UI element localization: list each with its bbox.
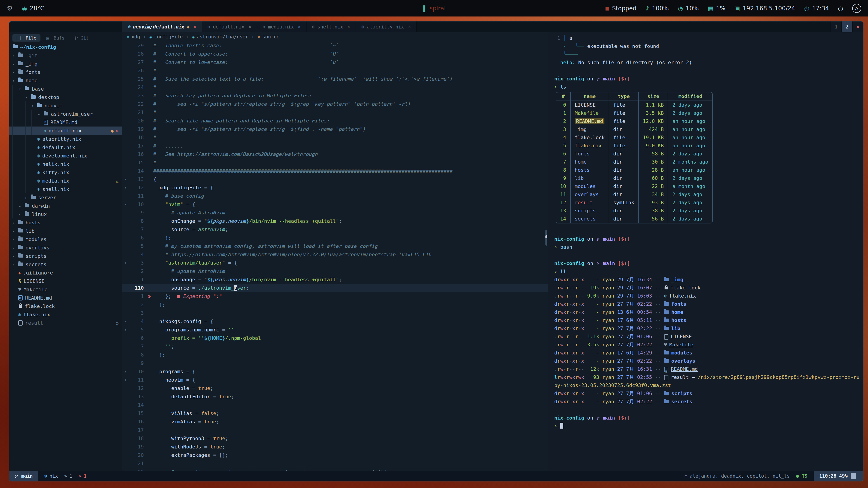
breadcrumb-item[interactable]: ◈configFile (149, 34, 183, 39)
tree-item-linux[interactable]: ▸linux (9, 210, 122, 219)
media-widget[interactable]: ‖ spiral (422, 4, 445, 12)
tree-item-desktop[interactable]: ▾desktop (9, 93, 122, 101)
tree-item-helix.nix[interactable]: ❄helix.nix (9, 160, 122, 168)
code-line[interactable]: 28# Convert to uppercase: `U` (122, 50, 548, 58)
code-line[interactable]: ▾10 programs = { (122, 367, 548, 376)
code-line[interactable]: 6 prefix = ''${HOME}/.npm-global (122, 334, 548, 342)
code-line[interactable]: 26# (122, 66, 548, 75)
tree-item-alacritty.nix[interactable]: ❄alacritty.nix (9, 135, 122, 143)
code-line[interactable]: ▾3 "astronvim/lua/user" = { (122, 259, 548, 267)
code-line[interactable]: 7 ''; (122, 342, 548, 351)
statusline-branch[interactable]: main (9, 471, 38, 481)
launcher-button[interactable]: ⚙ (7, 4, 13, 12)
code-line[interactable]: 18 withPython3 = true; (122, 434, 548, 443)
network-widget[interactable]: ▣192.168.5.100/24 (735, 5, 795, 12)
tree-item-README.md[interactable]: MREADME.md (9, 294, 122, 302)
code-line[interactable]: 14######################################… (122, 167, 548, 175)
code-line[interactable]: ▾4 nixpkgs.config = { (122, 317, 548, 326)
code-line[interactable]: 14 (122, 401, 548, 409)
code-line[interactable]: 6 }; (122, 234, 548, 242)
code-area[interactable]: 29# Toggle text's case: `~`28# Convert t… (122, 41, 548, 471)
tree-item-default.nix[interactable]: ❄default.nix●⊗ (9, 127, 122, 135)
tab-close-icon[interactable]: × (248, 24, 251, 30)
tree-item-result[interactable]: result○ (9, 319, 122, 327)
buffer-tab[interactable]: ❄alacritty.nix× (356, 22, 417, 32)
code-line[interactable]: ▾5 programs.npm.npmrc = '' (122, 326, 548, 334)
breadcrumb-item[interactable]: ◈xdg (127, 34, 140, 39)
code-line[interactable]: 11 # base config (122, 192, 548, 200)
code-line[interactable]: ▾13{ (122, 175, 548, 184)
code-line[interactable]: ▾12 xdg.configFile = { (122, 184, 548, 192)
tree-item-kitty.nix[interactable]: ❄kitty.nix (9, 168, 122, 177)
tree-tab-file[interactable]: File (12, 34, 40, 41)
code-line[interactable]: 17 (122, 426, 548, 434)
code-line[interactable]: 3 (122, 309, 548, 317)
buffer-tab[interactable]: ❄shell.nix× (307, 22, 356, 32)
breadcrumb-item[interactable]: ◈astronvim/lua/user (192, 34, 248, 39)
tree-item-flake.nix[interactable]: ❄flake.nix (9, 311, 122, 319)
editor[interactable]: ◈xdg›◈configFile›◈astronvim/lua/user›◈so… (122, 32, 548, 471)
code-line[interactable]: 22# sed -ri "s/pattern_str/replace_str/g… (122, 100, 548, 108)
tree-item-shell.nix[interactable]: ❄shell.nix (9, 185, 122, 193)
tree-item-.git[interactable]: ▸.git (9, 51, 122, 60)
code-line[interactable]: 23# Search key pattern and Replace in Mu… (122, 92, 548, 100)
tree-item-secrets[interactable]: ▸secrets (9, 260, 122, 269)
code-line[interactable]: 16# See https://astronvim.com/Basic%20Us… (122, 150, 548, 158)
code-line[interactable]: 21# (122, 108, 548, 117)
fold-icon[interactable]: ▾ (122, 200, 129, 208)
code-line[interactable]: 20 extraPackages = []; (122, 451, 548, 459)
code-line[interactable]: ▾10 "nvim" = { (122, 200, 548, 208)
code-line[interactable]: 17# ...... (122, 142, 548, 150)
fold-icon[interactable]: ▾ (122, 184, 129, 192)
code-line[interactable]: 8 onChange = "${pkgs.neovim}/bin/nvim --… (122, 217, 548, 225)
buffer-tab[interactable]: ❄media.nix× (257, 22, 307, 32)
code-line[interactable]: 24# (122, 83, 548, 92)
code-line[interactable]: 25# Save the selected text to a file: `:… (122, 75, 548, 83)
tab-close-icon[interactable]: × (193, 24, 196, 30)
code-line[interactable]: 19 withNodeJs = true; (122, 443, 548, 451)
volume-widget[interactable]: ♪100% (646, 5, 669, 12)
tree-item-lib[interactable]: ▸lib (9, 227, 122, 235)
tabpage-1[interactable]: 1 (831, 22, 841, 32)
tree-item-overlays[interactable]: ▸overlays (9, 243, 122, 252)
memory-widget[interactable]: ▦1% (708, 5, 725, 12)
tree-tab-git[interactable]: Git (70, 34, 93, 41)
tree-tab-bufs[interactable]: ▣Bufs (42, 34, 68, 41)
keyboard-layout-indicator[interactable]: A (852, 4, 861, 13)
tabpage-close-icon[interactable]: × (852, 22, 863, 32)
code-line[interactable]: 15 viAlias = false; (122, 409, 548, 418)
tree-item-server[interactable]: ▸server (9, 193, 122, 202)
tree-item-flake.lock[interactable]: flake.lock (9, 302, 122, 311)
code-line[interactable]: 19# sed -ri "s/pattern_str/replace_str/g… (122, 125, 548, 133)
tab-close-icon[interactable]: × (298, 24, 301, 30)
code-line[interactable]: 21 (122, 459, 548, 468)
scrollbar-thumb[interactable] (546, 235, 547, 238)
temperature-widget[interactable]: ◉28°C (22, 5, 44, 12)
tree-item-fonts[interactable]: ▸fonts (9, 68, 122, 76)
tree-item-darwin[interactable]: ▸darwin (9, 202, 122, 210)
buffer-tab[interactable]: ❄neovim/default.nix●× (122, 22, 202, 32)
fold-icon[interactable]: ▾ (122, 317, 129, 326)
code-line[interactable]: 8 }; (122, 351, 548, 359)
tree-item-README.md[interactable]: MREADME.md (9, 118, 122, 127)
clock-widget[interactable]: ◷17:34 (804, 5, 829, 12)
tree-item-home[interactable]: ▾home (9, 76, 122, 85)
editor-scrollbar[interactable] (546, 230, 547, 246)
code-line[interactable]: 20# Search file name pattern and Replace… (122, 117, 548, 125)
code-line[interactable]: 29# Toggle text's case: `~` (122, 41, 548, 50)
tree-item-astronvim_user[interactable]: ▸astronvim_user (9, 110, 122, 118)
fold-icon[interactable]: ▾ (122, 367, 129, 376)
code-line[interactable]: 22 # currently we use lazy.nvim as neovi… (122, 468, 548, 471)
code-line[interactable]: 5 # my cusotom astronvim config, astronv… (122, 242, 548, 250)
code-line[interactable]: 2 # update AstroNvim (122, 267, 548, 275)
code-line[interactable]: 12 enable = true; (122, 384, 548, 392)
tab-close-icon[interactable]: × (408, 24, 411, 30)
code-line[interactable]: 18# (122, 133, 548, 142)
code-line[interactable]: 9 # update AstroNvim (122, 208, 548, 217)
code-line[interactable]: 16 vimAlias = true; (122, 418, 548, 426)
terminal-pane[interactable]: 1 │ a · ╰── executable was not found ╰──… (548, 32, 863, 471)
tab-close-icon[interactable]: × (347, 24, 350, 30)
tree-root[interactable]: ~/nix-config (9, 43, 122, 51)
tree-item-hosts[interactable]: ▸hosts (9, 219, 122, 227)
tree-item-modules[interactable]: ▸modules (9, 235, 122, 243)
